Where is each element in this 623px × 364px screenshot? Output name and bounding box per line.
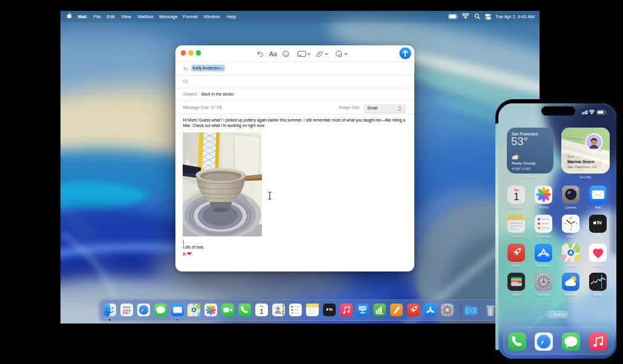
- svg-text:1: 1: [259, 308, 263, 315]
- svg-text:tv: tv: [329, 307, 333, 311]
- svg-text:12: 12: [569, 216, 572, 219]
- svg-text:Aa: Aa: [269, 51, 277, 57]
- svg-text:tv: tv: [597, 220, 602, 226]
- svg-text:1: 1: [514, 191, 519, 202]
- svg-text:9: 9: [564, 223, 566, 226]
